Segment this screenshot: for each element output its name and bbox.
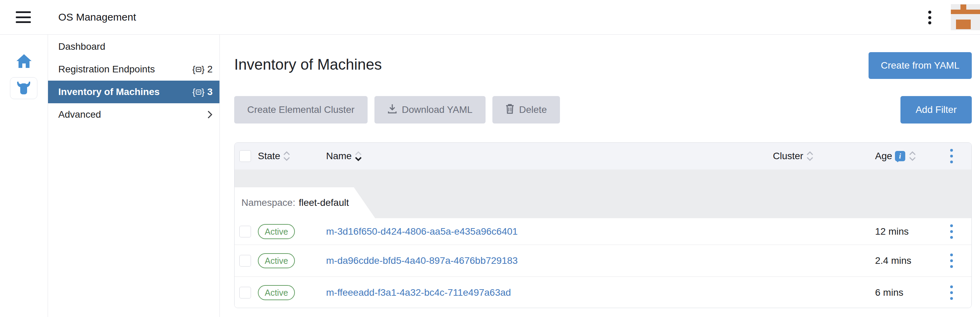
sort-icon xyxy=(283,150,290,162)
page-title: Inventory of Machines xyxy=(234,56,382,73)
resource-count: 3 xyxy=(192,86,213,97)
machine-name-link[interactable]: m-3d16f650-d424-4806-aa5a-e435a96c6401 xyxy=(326,226,518,237)
row-kebab-icon[interactable] xyxy=(950,225,953,239)
top-bar: OS Management xyxy=(0,0,980,35)
button-label: Download YAML xyxy=(402,104,473,115)
resource-count: 2 xyxy=(192,64,213,75)
icon-rail xyxy=(0,35,48,317)
row-kebab-icon[interactable] xyxy=(950,285,953,300)
column-header-name[interactable]: Name xyxy=(326,150,362,162)
table-row[interactable]: Active m-da96cdde-bfd5-4a40-897a-4676bb7… xyxy=(235,245,971,277)
row-checkbox[interactable] xyxy=(239,255,251,266)
age-value: 2.4 mins xyxy=(875,255,912,266)
age-info-icon[interactable]: i xyxy=(895,151,905,161)
resource-count-icon xyxy=(192,87,204,97)
namespace-label: Namespace: xyxy=(242,197,295,208)
app-title: OS Management xyxy=(58,0,136,34)
resource-count-value: 2 xyxy=(207,64,213,75)
rancher-logo[interactable] xyxy=(951,4,980,30)
main-content: Inventory of Machines Create from YAML C… xyxy=(220,35,980,317)
row-checkbox[interactable] xyxy=(239,287,251,298)
download-icon xyxy=(388,104,397,116)
sidebar-item-registration-endpoints[interactable]: Registration Endpoints 2 xyxy=(48,58,220,81)
logo-shape xyxy=(961,5,966,10)
sidebar-item-label: Registration Endpoints xyxy=(58,64,155,75)
sort-icon xyxy=(806,150,814,162)
column-header-state[interactable]: State xyxy=(258,150,290,162)
sidebar-item-label: Advanced xyxy=(58,109,101,120)
logo-shape xyxy=(956,19,971,29)
column-label: Age xyxy=(875,151,892,162)
status-badge: Active xyxy=(258,253,295,268)
bull-head-icon xyxy=(15,81,32,95)
button-label: Create Elemental Cluster xyxy=(247,104,355,115)
sidebar-item-label: Inventory of Machines xyxy=(58,86,160,97)
add-filter-button[interactable]: Add Filter xyxy=(900,96,972,124)
sort-icon xyxy=(909,150,916,162)
row-checkbox[interactable] xyxy=(239,226,251,237)
button-label: Delete xyxy=(519,104,547,115)
status-badge: Active xyxy=(258,285,295,300)
os-management-app-icon[interactable] xyxy=(10,77,37,99)
sort-desc-icon xyxy=(355,150,362,162)
table-menu-kebab-icon[interactable] xyxy=(950,149,953,163)
age-value: 12 mins xyxy=(875,226,909,237)
column-header-cluster[interactable]: Cluster xyxy=(773,150,814,162)
machines-table: State Name Cluster Age i Namespace: flee… xyxy=(234,142,972,308)
resource-count-icon xyxy=(192,64,204,75)
select-all-checkbox[interactable] xyxy=(239,150,251,162)
namespace-group-row: Namespace: fleet-default xyxy=(235,169,971,218)
table-header-row: State Name Cluster Age i xyxy=(235,143,971,169)
sidebar-item-inventory-of-machines[interactable]: Inventory of Machines 3 xyxy=(48,81,220,103)
machine-name-link[interactable]: m-ffeeeadd-f3a1-4a32-bc4c-711e497a63ad xyxy=(326,287,511,298)
sidebar-item-advanced[interactable]: Advanced xyxy=(48,103,220,126)
column-label: Cluster xyxy=(773,151,803,162)
trash-icon xyxy=(506,104,514,116)
hamburger-menu-icon[interactable] xyxy=(16,11,31,23)
resource-count-value: 3 xyxy=(207,86,213,97)
table-row[interactable]: Active m-3d16f650-d424-4806-aa5a-e435a96… xyxy=(235,218,971,245)
home-icon[interactable] xyxy=(16,54,32,70)
sidebar-item-dashboard[interactable]: Dashboard xyxy=(48,35,220,58)
column-header-age[interactable]: Age i xyxy=(875,150,916,162)
column-label: Name xyxy=(326,151,352,162)
bulk-actions-toolbar: Create Elemental Cluster Download YAML D… xyxy=(234,96,560,124)
machine-name-link[interactable]: m-da96cdde-bfd5-4a40-897a-4676bb729183 xyxy=(326,255,518,266)
status-badge: Active xyxy=(258,224,295,239)
product-sidebar: Dashboard Registration Endpoints 2 Inven… xyxy=(48,35,220,317)
chevron-right-icon xyxy=(207,110,213,119)
sidebar-item-label: Dashboard xyxy=(58,41,105,52)
create-elemental-cluster-button[interactable]: Create Elemental Cluster xyxy=(234,96,368,124)
logo-shape xyxy=(951,10,980,14)
table-row[interactable]: Active m-ffeeeadd-f3a1-4a32-bc4c-711e497… xyxy=(235,277,971,308)
namespace-value: fleet-default xyxy=(299,197,349,208)
age-value: 6 mins xyxy=(875,287,903,298)
download-yaml-button[interactable]: Download YAML xyxy=(374,96,485,124)
column-label: State xyxy=(258,151,280,162)
delete-button[interactable]: Delete xyxy=(492,96,560,124)
row-kebab-icon[interactable] xyxy=(950,253,953,268)
namespace-group-tab: Namespace: fleet-default xyxy=(235,187,375,218)
create-from-yaml-button[interactable]: Create from YAML xyxy=(869,52,972,79)
header-kebab-menu-icon[interactable] xyxy=(927,11,932,24)
